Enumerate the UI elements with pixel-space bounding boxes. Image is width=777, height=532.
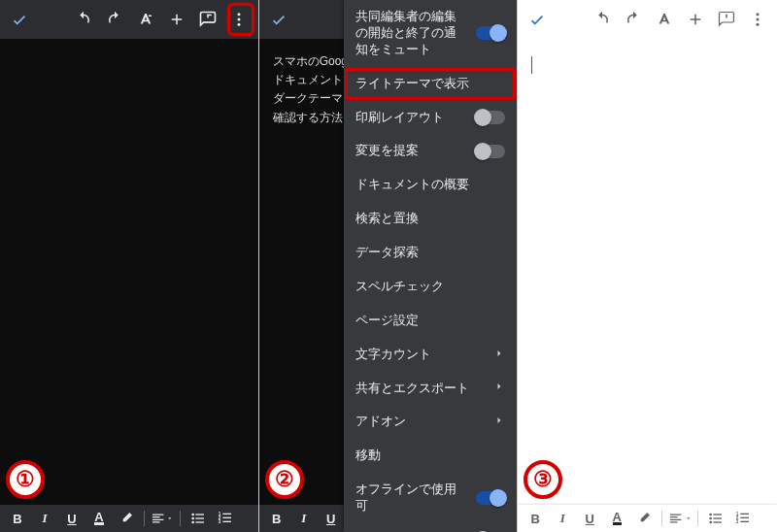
comment-icon[interactable]: [194, 6, 221, 33]
more-vert-icon[interactable]: [744, 6, 771, 33]
menu-item-label: スペルチェック: [355, 279, 497, 295]
toggle-switch[interactable]: [476, 111, 505, 124]
menu-item-label: 変更を提案: [355, 143, 468, 159]
plus-icon[interactable]: [682, 6, 709, 33]
svg-point-24: [756, 23, 759, 26]
document-area[interactable]: [0, 39, 258, 505]
italic-button[interactable]: I: [551, 507, 574, 530]
align-button[interactable]: [668, 507, 692, 530]
svg-rect-19: [222, 517, 231, 518]
underline-button[interactable]: U: [320, 507, 343, 530]
redo-icon[interactable]: [620, 6, 647, 33]
undo-icon[interactable]: [70, 6, 97, 33]
text-cursor: [531, 56, 532, 74]
toggle-switch[interactable]: [476, 145, 505, 158]
svg-text:3: 3: [219, 519, 221, 524]
menu-find-replace[interactable]: 検索と置換: [344, 202, 517, 236]
undo-icon[interactable]: [589, 6, 616, 33]
chevron-right-icon: [493, 415, 505, 429]
menu-offline[interactable]: オフラインで使用可: [344, 473, 517, 523]
underline-button[interactable]: U: [578, 507, 601, 530]
menu-item-label: アドオン: [355, 414, 486, 430]
svg-point-26: [710, 517, 713, 520]
highlight-color-button[interactable]: [632, 507, 656, 530]
svg-rect-4: [207, 15, 209, 18]
screenshot-step-2: スマホのGoogleドキュメントでダークテーマを確認する方法 共同編集者の編集の…: [259, 0, 519, 532]
top-toolbar: [0, 0, 258, 39]
menu-print-layout[interactable]: 印刷レイアウト: [344, 101, 517, 135]
bold-button[interactable]: B: [6, 507, 29, 530]
separator-icon: [180, 511, 181, 526]
menu-item-label: 移動: [355, 448, 497, 464]
bold-button[interactable]: B: [265, 507, 288, 530]
numbered-list-button[interactable]: 123: [214, 507, 237, 530]
svg-point-25: [710, 514, 713, 516]
text-style-icon[interactable]: [651, 6, 678, 33]
menu-addons[interactable]: アドオン: [344, 405, 517, 439]
menu-item-label: 検索と置換: [355, 211, 497, 227]
menu-move[interactable]: 移動: [344, 439, 517, 473]
svg-rect-18: [222, 514, 231, 515]
svg-text:3: 3: [736, 519, 739, 524]
menu-item-label: オフラインで使用可: [355, 482, 468, 515]
menu-item-label: ドキュメントの概要: [355, 177, 497, 193]
chevron-right-icon: [493, 381, 505, 395]
menu-item-label: ページ設定: [355, 313, 497, 329]
more-vert-icon[interactable]: [225, 6, 253, 33]
svg-rect-20: [222, 521, 231, 522]
svg-rect-13: [195, 517, 204, 518]
document-area[interactable]: [518, 39, 777, 505]
text-style-icon[interactable]: [132, 6, 159, 33]
menu-item-label: ライトテーマで表示: [355, 76, 497, 92]
svg-rect-21: [726, 15, 727, 18]
highlight-color-button[interactable]: [115, 507, 138, 530]
plus-icon[interactable]: [163, 6, 190, 33]
menu-doc-outline[interactable]: ドキュメントの概要: [344, 168, 517, 202]
toggle-switch[interactable]: [476, 26, 505, 40]
redo-icon[interactable]: [101, 6, 128, 33]
svg-rect-29: [714, 517, 723, 518]
svg-point-8: [237, 23, 240, 26]
svg-point-6: [237, 13, 240, 16]
svg-rect-30: [714, 521, 723, 522]
bulleted-list-button[interactable]: [186, 507, 210, 530]
svg-point-23: [756, 18, 759, 21]
svg-point-27: [710, 521, 713, 524]
svg-point-11: [191, 521, 194, 524]
toggle-switch[interactable]: [476, 491, 505, 505]
menu-item-label: 印刷レイアウト: [355, 110, 468, 126]
separator-icon: [661, 511, 662, 526]
check-icon[interactable]: [265, 6, 292, 33]
menu-star[interactable]: スターを付ける: [344, 523, 517, 532]
menu-page-setup[interactable]: ページ設定: [344, 304, 517, 338]
svg-rect-14: [195, 521, 204, 522]
menu-spellcheck[interactable]: スペルチェック: [344, 270, 517, 304]
overflow-menu: 共同編集者の編集の開始と終了の通知をミュートライトテーマで表示印刷レイアウト変更…: [344, 0, 517, 532]
text-color-button[interactable]: A: [605, 507, 628, 530]
menu-light-theme[interactable]: ライトテーマで表示: [344, 67, 517, 101]
menu-word-count[interactable]: 文字カウント: [344, 338, 517, 372]
numbered-list-button[interactable]: 123: [731, 507, 755, 530]
menu-item-label: データ探索: [355, 245, 497, 261]
menu-suggest-changes[interactable]: 変更を提案: [344, 134, 517, 168]
align-button[interactable]: [151, 507, 174, 530]
separator-icon: [144, 511, 145, 526]
check-icon[interactable]: [6, 6, 33, 33]
italic-button[interactable]: I: [33, 507, 56, 530]
menu-explore[interactable]: データ探索: [344, 236, 517, 270]
menu-share-export[interactable]: 共有とエクスポート: [344, 372, 517, 406]
check-icon[interactable]: [524, 6, 551, 33]
screenshot-step-1: B I U A 123 ①: [0, 0, 259, 532]
top-toolbar: [518, 0, 777, 39]
text-color-button[interactable]: A: [87, 507, 111, 530]
underline-button[interactable]: U: [60, 507, 84, 530]
bold-button[interactable]: B: [524, 507, 547, 530]
menu-item-label: 共同編集者の編集の開始と終了の通知をミュート: [355, 9, 468, 58]
menu-item-label: 共有とエクスポート: [355, 381, 486, 397]
svg-rect-35: [741, 517, 750, 518]
bulleted-list-button[interactable]: [704, 507, 727, 530]
italic-button[interactable]: I: [292, 507, 316, 530]
menu-mute-notifications[interactable]: 共同編集者の編集の開始と終了の通知をミュート: [344, 0, 517, 67]
format-toolbar: B I U A 123: [518, 505, 777, 532]
comment-icon[interactable]: [713, 6, 740, 33]
